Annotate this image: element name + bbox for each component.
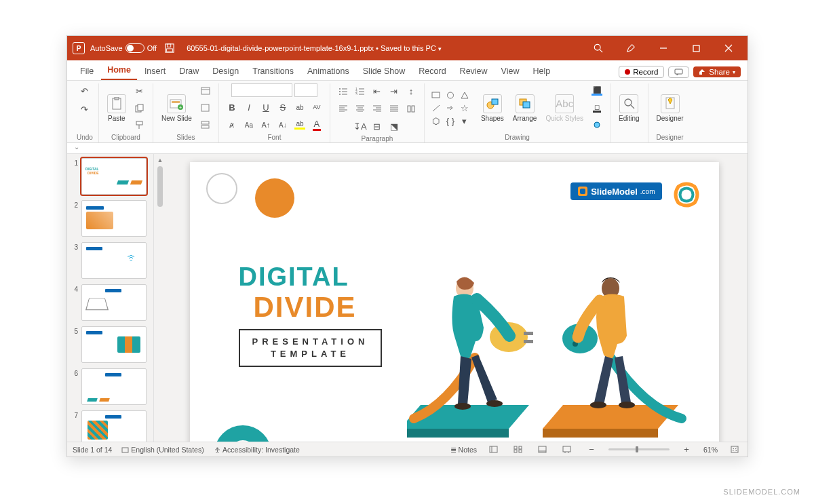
tab-record[interactable]: Record <box>412 62 452 80</box>
font-color-button[interactable]: A <box>309 117 324 132</box>
shape-effects-button[interactable] <box>589 117 604 132</box>
editing-button[interactable]: Editing <box>616 92 642 125</box>
tab-insert[interactable]: Insert <box>138 62 172 80</box>
align-left-button[interactable] <box>336 101 351 116</box>
underline-button[interactable]: U <box>258 100 273 115</box>
grow-font-button[interactable]: A↑ <box>258 117 273 132</box>
thumbnail-2[interactable] <box>81 200 147 237</box>
italic-button[interactable]: I <box>241 100 256 115</box>
zoom-out-button[interactable]: − <box>584 442 599 457</box>
tab-home[interactable]: Home <box>101 61 137 80</box>
language-status[interactable]: English (United States) <box>121 446 204 454</box>
shape-arrow-button[interactable] <box>444 102 457 113</box>
minimize-button[interactable] <box>650 36 677 60</box>
tab-file[interactable]: File <box>74 62 100 80</box>
accessibility-status[interactable]: Accessibility: Investigate <box>214 446 300 454</box>
tab-design[interactable]: Design <box>206 62 245 80</box>
copy-button[interactable] <box>132 100 147 115</box>
save-icon[interactable] <box>162 41 177 56</box>
thumbnail-scrollbar[interactable]: ▲ <box>154 154 166 442</box>
zoom-slider[interactable] <box>608 448 670 450</box>
thumbnail-1[interactable]: DIGITAL DIVIDE <box>81 158 147 195</box>
section-button[interactable] <box>198 117 213 132</box>
tab-view[interactable]: View <box>495 62 526 80</box>
align-center-button[interactable] <box>353 101 368 116</box>
close-button[interactable] <box>715 36 742 60</box>
slide-editor[interactable]: DIGITAL DIVIDE PRESENTATION TEMPLATE Sli… <box>190 162 719 442</box>
bullets-button[interactable] <box>336 83 351 98</box>
record-button[interactable]: Record <box>619 66 664 78</box>
text-direction-button[interactable]: ↧A <box>353 119 368 134</box>
reading-view-button[interactable] <box>535 442 550 457</box>
shape-fill-button[interactable]: ⬛ <box>589 83 604 98</box>
tab-transitions[interactable]: Transitions <box>246 62 300 80</box>
tab-animations[interactable]: Animations <box>301 62 355 80</box>
justify-button[interactable] <box>387 101 402 116</box>
document-title[interactable]: 60555-01-digital-divide-powerpoint-templ… <box>187 44 442 52</box>
smartart-button[interactable]: ⬔ <box>387 119 402 134</box>
format-painter-button[interactable] <box>132 117 147 132</box>
quick-styles-button[interactable]: AbcQuick Styles <box>543 92 586 125</box>
strikethrough-button[interactable]: S <box>275 100 290 115</box>
shape-star-button[interactable]: ☆ <box>459 102 471 113</box>
slide-counter[interactable]: Slide 1 of 14 <box>73 446 112 454</box>
redo-button[interactable]: ↷ <box>77 102 92 117</box>
shape-triangle-button[interactable] <box>459 90 471 100</box>
tab-review[interactable]: Review <box>454 62 494 80</box>
sorter-view-button[interactable] <box>511 442 526 457</box>
shape-brace-button[interactable]: { } <box>444 115 457 126</box>
shapes-button[interactable]: Shapes <box>478 92 507 125</box>
reset-button[interactable] <box>198 100 213 115</box>
numbering-button[interactable]: 123 <box>353 83 368 98</box>
pen-icon[interactable] <box>617 36 644 60</box>
shrink-font-button[interactable]: A↓ <box>275 117 290 132</box>
line-spacing-button[interactable]: ↕ <box>404 83 419 98</box>
undo-button[interactable]: ↶ <box>77 83 92 98</box>
maximize-button[interactable] <box>682 36 710 60</box>
tab-slideshow[interactable]: Slide Show <box>357 62 412 80</box>
thumbnail-7[interactable] <box>81 410 147 442</box>
shape-rect-button[interactable] <box>430 90 442 100</box>
tab-draw[interactable]: Draw <box>173 62 205 80</box>
ribbon-collapse-icon[interactable]: ⌄ <box>67 143 748 154</box>
indent-right-button[interactable]: ⇥ <box>387 83 402 98</box>
thumbnail-3[interactable]: ᯤ <box>81 242 147 279</box>
highlight-button[interactable]: ab <box>292 117 307 132</box>
notes-button[interactable]: ≣ Notes <box>450 446 477 454</box>
indent-left-button[interactable]: ⇤ <box>370 83 385 98</box>
tab-help[interactable]: Help <box>526 62 556 80</box>
cut-button[interactable]: ✂ <box>132 83 147 98</box>
shape-outline-button[interactable]: ◻ <box>589 100 604 115</box>
change-case-button[interactable]: Aa <box>241 117 256 132</box>
bold-button[interactable]: B <box>225 100 239 115</box>
new-slide-button[interactable]: + New Slide <box>159 92 195 125</box>
align-text-button[interactable]: ⊟ <box>370 119 385 134</box>
shape-hex-button[interactable]: ⬡ <box>430 115 442 126</box>
share-button[interactable]: Share▾ <box>693 66 741 77</box>
arrange-button[interactable]: Arrange <box>510 92 540 125</box>
shape-line-button[interactable] <box>430 102 442 113</box>
thumbnail-4[interactable] <box>81 284 147 321</box>
align-right-button[interactable] <box>370 101 385 116</box>
fit-to-window-button[interactable] <box>727 442 742 457</box>
paste-button[interactable]: Paste <box>104 92 129 125</box>
font-size-combo[interactable] <box>294 83 317 97</box>
search-icon[interactable] <box>585 36 612 60</box>
spacing-button[interactable]: AV <box>309 100 324 115</box>
zoom-level[interactable]: 61% <box>703 446 718 454</box>
zoom-in-button[interactable]: + <box>679 442 694 457</box>
columns-button[interactable] <box>404 101 419 116</box>
layout-button[interactable] <box>198 83 213 98</box>
clear-format-button[interactable]: A̷ <box>225 117 239 132</box>
autosave-toggle[interactable]: AutoSave Off <box>90 43 157 53</box>
font-family-combo[interactable] <box>231 83 292 97</box>
designer-button[interactable]: Designer <box>654 92 686 125</box>
shape-more-button[interactable]: ▾ <box>459 115 471 126</box>
comments-button[interactable] <box>668 66 689 78</box>
thumbnail-5[interactable] <box>81 326 147 363</box>
thumbnail-6[interactable] <box>81 368 147 405</box>
shape-circle-button[interactable] <box>444 90 457 100</box>
normal-view-button[interactable] <box>486 442 501 457</box>
shadow-button[interactable]: ab <box>292 100 307 115</box>
slideshow-view-button[interactable] <box>560 442 575 457</box>
